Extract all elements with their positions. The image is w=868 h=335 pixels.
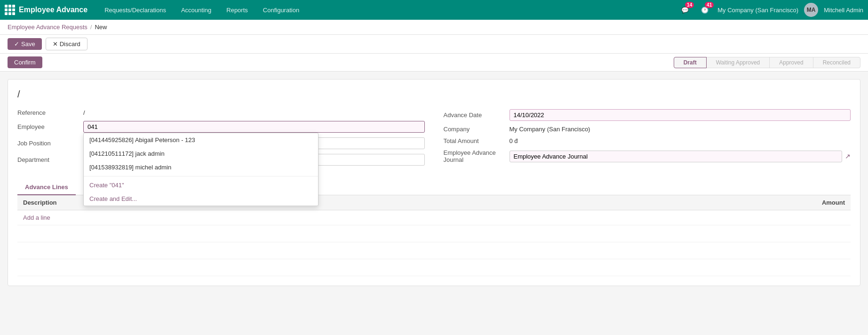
user-avatar[interactable]: MA [804,3,818,17]
department-label: Department [17,156,79,163]
total-amount-value: 0 đ [510,137,851,144]
menu-requests[interactable]: Requests/Declarations [97,0,174,20]
top-menu: Requests/Declarations Accounting Reports… [97,0,678,20]
company-row: Company My Company (San Francisco) [444,126,851,133]
save-label: Save [21,40,35,48]
dropdown-create-edit[interactable]: Create and Edit... [84,192,318,206]
add-line-cell[interactable]: Add a line [17,210,851,225]
grid-icon [5,5,15,15]
status-draft: Draft [674,57,707,68]
status-approved: Approved [769,57,813,68]
employee-dropdown: [041445925826] Abigail Peterson - 123 [0… [83,133,319,206]
advance-date-label: Advance Date [444,112,505,119]
employee-label: Employee [17,123,79,130]
dropdown-item-abigail[interactable]: [041445925826] Abigail Peterson - 123 [84,133,318,147]
save-button[interactable]: ✓ Save [8,38,42,50]
journal-label: Employee Advance Journal [444,149,505,163]
status-bar: Confirm Draft Waiting Approved Approved … [0,54,868,72]
top-navigation: Employee Advance Requests/Declarations A… [0,0,868,20]
form-grid: Reference / Employee [041445925826] Abig… [17,109,851,170]
dropdown-item-michel[interactable]: [041538932819] michel admin [84,160,318,174]
empty-row-2 [17,242,851,259]
reference-label: Reference [17,109,79,116]
status-reconciled: Reconciled [813,57,860,68]
topnav-right: 💬 14 🕐 41 My Company (San Francisco) MA … [678,3,863,17]
reference-value: / [83,109,425,116]
company-label: Company [444,126,505,133]
advance-date-row: Advance Date [444,109,851,121]
right-column: Advance Date Company My Company (San Fra… [444,109,851,170]
breadcrumb-separator: / [90,24,92,31]
x-icon: ✕ [53,40,58,48]
dropdown-item-jack[interactable]: [041210511172] jack admin [84,147,318,160]
breadcrumb-parent[interactable]: Employee Advance Requests [8,24,88,31]
journal-wrap: ↗︎ [510,151,851,162]
col-amount: Amount [489,195,851,210]
left-column: Reference / Employee [041445925826] Abig… [17,109,425,170]
activities-button[interactable]: 🕐 41 [698,3,712,17]
user-initials: MA [807,7,816,13]
breadcrumb: Employee Advance Requests / New [0,20,868,35]
breadcrumb-current: New [95,24,107,31]
journal-input[interactable] [510,151,843,162]
advance-date-input[interactable] [510,109,851,121]
notifications-button[interactable]: 💬 14 [678,3,692,17]
add-line-row[interactable]: Add a line [17,210,851,225]
job-position-label: Job Position [17,140,79,147]
form-title: / [17,89,851,100]
notifications-badge: 14 [685,2,694,8]
dropdown-separator [84,176,318,176]
empty-row-1 [17,225,851,242]
content-area: / Reference / Employee [041445925826] A [0,72,868,294]
status-steps: Draft Waiting Approved Approved Reconcil… [674,57,860,68]
reference-row: Reference / [17,109,425,116]
employee-row: Employee [041445925826] Abigail Peterson… [17,121,425,133]
journal-row: Employee Advance Journal ↗︎ [444,149,851,163]
total-amount-label: Total Amount [444,137,505,144]
app-title: Employee Advance [19,6,88,14]
toolbar: ✓ Save ✕ Discard [0,35,868,54]
employee-input[interactable] [83,121,425,133]
discard-button[interactable]: ✕ Discard [46,38,88,50]
form-card: / Reference / Employee [041445925826] A [8,79,860,286]
dropdown-create[interactable]: Create "041" [84,178,318,192]
menu-reports[interactable]: Reports [219,0,255,20]
status-waiting: Waiting Approved [706,57,770,68]
employee-input-wrap: [041445925826] Abigail Peterson - 123 [0… [83,121,425,133]
company-name: My Company (San Francisco) [717,7,798,14]
menu-accounting[interactable]: Accounting [174,0,219,20]
app-logo[interactable]: Employee Advance [5,5,88,15]
total-amount-row: Total Amount 0 đ [444,137,851,144]
tab-advance-lines[interactable]: Advance Lines [17,180,76,195]
confirm-button[interactable]: Confirm [8,56,42,68]
user-name: Mitchell Admin [824,7,863,14]
check-icon: ✓ [14,40,19,48]
external-link-icon[interactable]: ↗︎ [845,152,851,160]
menu-configuration[interactable]: Configuration [255,0,307,20]
advance-lines-table: Description Amount Add a line [17,195,851,276]
activities-badge: 41 [705,2,714,8]
empty-row-3 [17,259,851,276]
journal-label-line1: Employee Advance Journal [444,149,496,163]
discard-label: Discard [60,40,80,48]
company-value: My Company (San Francisco) [510,126,851,133]
